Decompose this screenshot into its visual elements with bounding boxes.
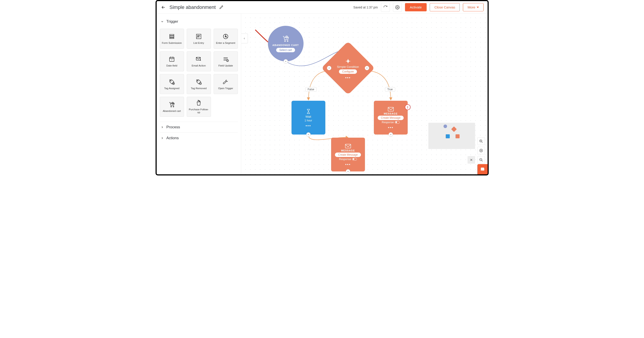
node-wait[interactable]: Wait 1 hour ••• <box>292 101 325 135</box>
tile-purchase-followup[interactable]: Purchase Follow-up <box>187 97 211 117</box>
zoom-out-button[interactable] <box>477 156 485 164</box>
port-bottom[interactable] <box>388 132 393 137</box>
tile-email-action[interactable]: Email Action <box>187 51 211 71</box>
sidebar-collapse-button[interactable] <box>241 33 248 43</box>
port-right[interactable] <box>365 66 369 70</box>
alert-badge: ! <box>405 104 410 110</box>
section-process-toggle[interactable]: Process <box>160 122 238 133</box>
section-process-title: Process <box>166 125 180 129</box>
plug-icon <box>222 78 229 85</box>
svg-point-16 <box>171 106 172 107</box>
zoom-in-button[interactable] <box>477 137 485 145</box>
tile-field-update[interactable]: Field Update <box>214 51 238 71</box>
settings-button[interactable] <box>393 3 402 12</box>
node-message-after-wait[interactable]: MESSAGE Create Message Response ••• <box>331 138 365 171</box>
svg-point-5 <box>198 35 199 36</box>
svg-rect-4 <box>196 34 201 39</box>
zoom-reset-button[interactable] <box>477 147 485 154</box>
page-title: Simple abandonment <box>170 4 216 10</box>
port-bottom[interactable] <box>346 169 350 174</box>
svg-rect-24 <box>345 144 351 148</box>
node-abandoned-cart[interactable]: ABANDONED CART Select cart <box>268 26 304 61</box>
tag-minus-icon <box>196 78 202 85</box>
tile-form-submission[interactable]: Form Submission <box>160 29 184 49</box>
sidebar: Trigger Form Submission List Entry Enter… <box>157 13 241 174</box>
chat-fab[interactable] <box>477 164 488 174</box>
svg-marker-22 <box>345 59 351 64</box>
svg-point-14 <box>197 80 198 81</box>
calendar-icon: 7 <box>168 56 175 62</box>
canvas[interactable]: ABANDONED CART Select cart Simple Condit… <box>241 13 488 174</box>
port-bottom[interactable] <box>306 132 311 137</box>
label-false: False <box>305 87 317 92</box>
svg-point-20 <box>287 41 288 41</box>
select-cart-button[interactable]: Select cart <box>276 48 295 52</box>
tile-list-entry[interactable]: List Entry <box>187 29 211 49</box>
port-bottom[interactable] <box>284 59 288 64</box>
tile-abandoned-cart[interactable]: Abandoned cart <box>160 97 184 117</box>
svg-rect-1 <box>170 34 174 35</box>
edit-title-button[interactable] <box>219 5 224 10</box>
label-true: True <box>385 87 395 92</box>
condition-icon <box>345 58 351 64</box>
svg-point-12 <box>170 80 171 81</box>
tag-plus-icon <box>168 78 175 85</box>
svg-rect-10 <box>196 57 200 60</box>
tile-open-trigger[interactable]: Open Trigger <box>214 74 238 94</box>
tile-enter-segment[interactable]: Enter a Segment <box>214 29 238 49</box>
close-canvas-button[interactable]: Close Canvas <box>430 3 460 11</box>
header: Simple abandonment Saved at 1:37 pm Acti… <box>157 1 488 13</box>
saved-status: Saved at 1:37 pm <box>354 5 378 9</box>
section-trigger-title: Trigger <box>166 19 178 24</box>
svg-rect-23 <box>388 107 394 111</box>
node-menu[interactable]: ••• <box>345 164 351 166</box>
svg-rect-2 <box>170 36 174 37</box>
tile-tag-removed[interactable]: Tag Removed <box>187 74 211 94</box>
envelope-icon <box>345 144 351 149</box>
email-action-icon <box>196 56 202 62</box>
minimap-close-button[interactable] <box>468 156 475 164</box>
form-icon <box>168 33 175 40</box>
create-message-button[interactable]: Create Message <box>335 153 361 157</box>
chevron-down-icon <box>477 7 479 8</box>
minimap[interactable] <box>428 123 475 149</box>
cart-x-icon <box>168 101 175 108</box>
svg-point-19 <box>284 41 285 41</box>
field-update-icon <box>222 56 229 62</box>
section-trigger-toggle[interactable]: Trigger <box>160 17 238 25</box>
cart-icon <box>282 35 290 42</box>
section-actions-title: Actions <box>166 136 179 140</box>
segment-icon <box>222 33 229 40</box>
tile-date-field[interactable]: 7 Date-field <box>160 51 184 71</box>
svg-point-17 <box>173 106 174 107</box>
node-menu[interactable]: ••• <box>345 77 351 79</box>
configure-button[interactable]: Configure <box>339 69 357 74</box>
node-condition[interactable]: Simple Condition Configure ••• <box>329 49 367 87</box>
svg-text:7: 7 <box>171 59 172 61</box>
node-menu[interactable]: ••• <box>306 125 311 127</box>
response-toggle[interactable]: Response <box>339 158 357 161</box>
back-button[interactable] <box>161 5 166 10</box>
envelope-icon <box>388 107 394 112</box>
tile-tag-assigned[interactable]: Tag Assigned <box>160 74 184 94</box>
activate-button[interactable]: Activate <box>405 3 426 11</box>
hourglass-icon <box>306 108 311 114</box>
refresh-button[interactable] <box>381 3 390 12</box>
node-menu[interactable]: ••• <box>388 127 394 129</box>
list-entry-icon <box>196 33 202 40</box>
create-message-button[interactable]: Create Message <box>378 116 404 120</box>
section-actions-toggle[interactable]: Actions <box>160 133 238 143</box>
node-message-true[interactable]: MESSAGE Create Message Response ••• ! <box>374 101 408 135</box>
port-left[interactable] <box>327 66 331 70</box>
bag-refresh-icon <box>196 100 202 106</box>
more-button[interactable]: More <box>463 3 483 11</box>
response-toggle[interactable]: Response <box>382 121 400 124</box>
svg-point-0 <box>397 7 398 8</box>
svg-rect-3 <box>170 37 174 38</box>
